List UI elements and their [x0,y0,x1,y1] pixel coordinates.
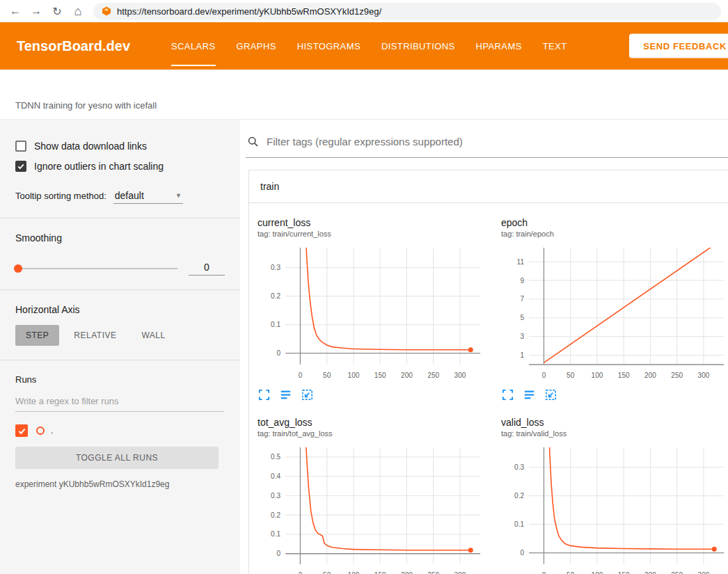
address-bar[interactable]: https://tensorboard.dev/experiment/yKUbh… [93,3,721,20]
svg-text:3: 3 [520,333,524,340]
svg-text:300: 300 [698,571,710,574]
line-chart[interactable]: 05010015020025030000.10.20.3 [498,443,728,574]
svg-text:0.3: 0.3 [271,492,280,500]
tab-histograms[interactable]: HISTOGRAMS [287,22,371,70]
svg-text:250: 250 [671,372,683,379]
svg-text:100: 100 [348,571,360,574]
train-group-header[interactable]: train [249,170,728,203]
svg-text:200: 200 [401,571,413,574]
fit-domain-icon[interactable] [544,388,557,401]
reload-icon[interactable]: ↻ [49,3,65,19]
chart-tag: tag: train/epoch [501,230,728,238]
svg-text:300: 300 [698,372,710,379]
home-icon[interactable]: ⌂ [70,3,86,19]
back-icon[interactable]: ← [7,3,24,19]
run-data-icon[interactable] [279,388,292,401]
tag-filter-input[interactable] [265,135,728,148]
experiment-title: TDNN training for yesno with icefall [15,100,157,111]
run-data-icon[interactable] [523,388,536,401]
svg-text:0.1: 0.1 [271,321,280,328]
show-download-links-row[interactable]: Show data download links [15,141,225,152]
run-row: . [15,424,225,437]
svg-text:0.2: 0.2 [271,511,280,519]
runs-filter-input[interactable] [15,396,224,412]
tab-hparams[interactable]: HPARAMS [466,22,532,70]
svg-text:0.2: 0.2 [271,292,280,300]
smoothing-slider-handle[interactable] [14,264,22,273]
svg-text:0: 0 [299,372,303,379]
show-download-links-label: Show data download links [34,141,147,152]
tooltip-sorting-value: default [115,190,144,201]
svg-text:0.4: 0.4 [271,472,280,480]
svg-text:50: 50 [323,571,331,574]
chart-tag: tag: train/valid_loss [501,429,728,438]
expand-chart-icon[interactable] [501,388,514,401]
expand-chart-icon[interactable] [258,388,271,401]
toggle-all-runs-button[interactable]: TOGGLE ALL RUNS [15,447,219,469]
svg-text:11: 11 [517,258,525,266]
tooltip-sorting-dropdown[interactable]: default ▼ [113,189,183,204]
experiment-caption: experiment yKUbhb5wRmOSXYkId1z9eg [15,479,225,489]
axis-wall-button[interactable]: WALL [131,325,175,346]
chart-card-current-loss: current_loss tag: train/current_loss 050… [255,217,494,401]
check-icon [17,426,26,436]
ignore-outliers-row[interactable]: Ignore outliers in chart scaling [15,161,225,172]
browser-toolbar: ← → ↻ ⌂ https://tensorboard.dev/experime… [0,0,728,22]
sidebar-divider [0,289,240,290]
svg-text:50: 50 [567,571,575,574]
svg-text:300: 300 [454,372,466,379]
horizontal-axis-label: Horizontal Axis [15,304,225,315]
url-text: https://tensorboard.dev/experiment/yKUbh… [117,6,381,17]
tab-scalars[interactable]: SCALARS [161,22,226,70]
tag-filter-row [246,129,728,158]
run-name: . [51,426,53,436]
run-checkbox[interactable] [15,424,28,437]
chart-title: current_loss [258,217,494,228]
svg-text:0.5: 0.5 [271,453,280,461]
smoothing-slider[interactable] [15,268,177,269]
horizontal-axis-buttons: STEP RELATIVE WALL [15,325,225,346]
svg-text:0: 0 [276,349,280,357]
svg-text:150: 150 [374,372,386,379]
axis-relative-button[interactable]: RELATIVE [63,325,127,346]
svg-text:5: 5 [520,314,524,321]
svg-text:200: 200 [401,372,413,379]
tab-graphs[interactable]: GRAPHS [226,22,287,70]
ignore-outliers-checkbox[interactable] [15,161,26,172]
svg-text:0: 0 [542,372,546,379]
show-download-links-checkbox[interactable] [15,141,26,152]
svg-text:150: 150 [618,372,630,379]
svg-text:250: 250 [427,571,439,574]
check-icon [17,162,25,170]
chart-toolbar [258,388,494,401]
line-chart[interactable]: 0501001502002503001357911 [498,244,728,383]
tab-distributions[interactable]: DISTRIBUTIONS [371,22,466,70]
svg-text:7: 7 [520,295,524,303]
site-icon [102,6,111,16]
svg-text:250: 250 [427,372,439,379]
experiment-title-bar: TDNN training for yesno with icefall [0,70,728,120]
chevron-down-icon: ▼ [175,192,182,199]
svg-text:0: 0 [520,549,524,557]
forward-icon[interactable]: → [28,3,45,19]
svg-text:200: 200 [644,372,656,379]
line-chart[interactable]: 05010015020025030000.10.20.30.40.5 [255,443,489,574]
ignore-outliers-label: Ignore outliers in chart scaling [34,161,164,172]
send-feedback-button[interactable]: SEND FEEDBACK [629,34,728,58]
svg-text:300: 300 [454,571,466,574]
line-chart[interactable]: 05010015020025030000.10.20.3 [255,244,489,383]
smoothing-value[interactable]: 0 [189,262,225,276]
run-color-swatch [36,426,45,435]
chart-card-tot-avg-loss: tot_avg_loss tag: train/tot_avg_loss 050… [255,417,494,574]
svg-text:0: 0 [542,571,546,574]
search-icon [247,136,259,148]
scalars-dashboard: train current_loss tag: train/current_lo… [240,120,728,574]
svg-text:9: 9 [520,277,524,285]
svg-text:0.1: 0.1 [514,520,524,528]
svg-text:250: 250 [671,571,683,574]
chart-title: tot_avg_loss [258,417,494,428]
axis-step-button[interactable]: STEP [15,325,59,346]
chart-title: epoch [501,217,728,228]
fit-domain-icon[interactable] [301,388,314,401]
tab-text[interactable]: TEXT [532,22,578,70]
